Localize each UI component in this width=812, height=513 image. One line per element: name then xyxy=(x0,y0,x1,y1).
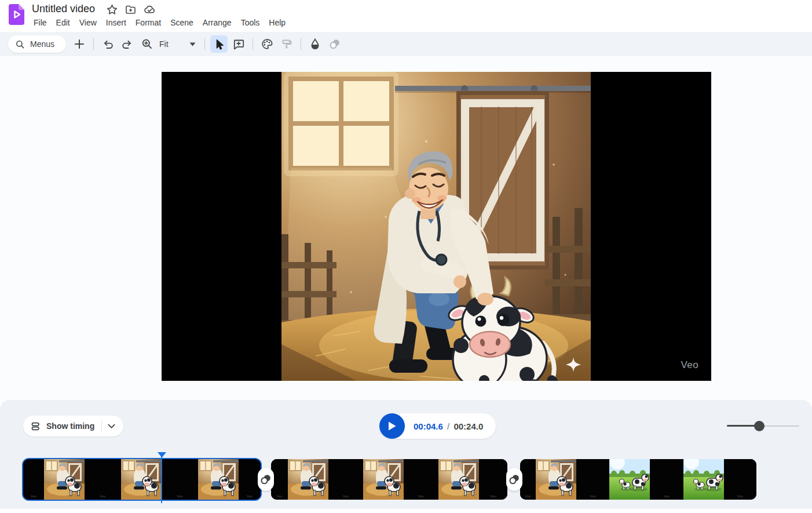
chevron-down-icon xyxy=(108,424,115,429)
cloud-saved-icon[interactable] xyxy=(144,4,155,15)
clip-thumbnail-barn xyxy=(44,459,85,500)
timing-rows-icon xyxy=(31,421,41,431)
select-tool-icon xyxy=(213,38,225,50)
toolbar-divider xyxy=(93,38,94,50)
current-time: 00:04.6 xyxy=(414,421,443,431)
clip-thumbnail-barn xyxy=(438,459,479,500)
timeline-clip-2[interactable]: VeoVeoVeoVeo xyxy=(271,459,507,500)
search-menus-button[interactable]: Menus xyxy=(8,35,66,53)
transition-button-1[interactable] xyxy=(258,468,274,491)
play-button[interactable] xyxy=(379,413,405,439)
show-timing-label: Show timing xyxy=(46,421,94,431)
timeline-clip-1[interactable]: VeoVeoVeoVeo xyxy=(23,459,261,500)
video-preview[interactable]: Veo xyxy=(162,72,711,381)
clip-filmstrip-gap: Veo xyxy=(23,459,44,500)
clip-thumbnail-barn xyxy=(536,459,576,500)
play-icon xyxy=(387,421,397,431)
timeline-zoom-slider-thumb[interactable] xyxy=(754,421,765,431)
clip-thumbnail-barn xyxy=(363,459,404,500)
zoom-fit-value: Fit xyxy=(159,39,169,49)
add-button[interactable] xyxy=(71,35,88,53)
transition-icon xyxy=(508,473,521,486)
playhead-line[interactable] xyxy=(161,456,162,503)
toolbar-divider xyxy=(204,38,205,50)
star-icon[interactable] xyxy=(107,4,118,15)
toolbar-divider xyxy=(301,38,301,50)
timeline-clip-3[interactable]: VeoVeoVeoVeo xyxy=(520,459,756,500)
background-fill-icon xyxy=(309,38,321,50)
clip-thumbnail-barn xyxy=(288,459,328,500)
transition-button-2[interactable] xyxy=(506,468,522,491)
clip-filmstrip-gap: Veo xyxy=(162,459,198,500)
redo-icon xyxy=(121,38,134,50)
toolbar: Menus Fit xyxy=(0,32,812,56)
clip-thumbnail-barn xyxy=(121,459,162,500)
time-display: 00:04.6 / 00:24.0 xyxy=(414,421,483,431)
clip-thumbnail-barn xyxy=(198,459,239,500)
toolbar-divider xyxy=(253,38,253,50)
theme-colors-button[interactable] xyxy=(258,35,276,53)
background-fill-button[interactable] xyxy=(306,35,324,53)
doc-title[interactable]: Untitled video xyxy=(32,3,95,15)
show-timing-expand[interactable] xyxy=(102,416,121,436)
clip-thumbnail-meadow xyxy=(683,459,724,500)
vids-logo[interactable] xyxy=(9,4,24,25)
dropdown-caret-icon xyxy=(189,42,196,46)
add-comment-button[interactable] xyxy=(230,35,247,53)
select-tool-button[interactable] xyxy=(210,35,228,53)
paint-format-button xyxy=(278,35,295,53)
transition-icon xyxy=(328,38,341,50)
paint-format-icon xyxy=(280,38,293,50)
menubar: File Edit View Insert Format Scene Arran… xyxy=(29,17,290,28)
clip-filmstrip-gap: Veo xyxy=(404,459,438,500)
zoom-button[interactable] xyxy=(138,35,156,53)
sparkle-watermark-icon xyxy=(565,356,581,373)
menu-help[interactable]: Help xyxy=(264,17,290,28)
clip-filmstrip-gap: Veo xyxy=(724,459,756,500)
total-time: 00:24.0 xyxy=(453,421,483,431)
clip-thumbnail-meadow xyxy=(609,459,650,500)
menu-arrange[interactable]: Arrange xyxy=(198,17,236,28)
move-folder-icon[interactable] xyxy=(125,4,136,15)
menus-label: Menus xyxy=(30,39,54,49)
clip-filmstrip-gap: Veo xyxy=(576,459,609,500)
menu-scene[interactable]: Scene xyxy=(166,17,198,28)
search-icon xyxy=(15,39,25,49)
transition-icon xyxy=(259,473,272,486)
menu-file[interactable]: File xyxy=(29,17,52,28)
show-timing-button[interactable]: Show timing xyxy=(23,416,123,436)
menu-format[interactable]: Format xyxy=(131,17,166,28)
clip-filmstrip-gap: Veo xyxy=(650,459,683,500)
transition-tool-button xyxy=(326,35,343,53)
menu-edit[interactable]: Edit xyxy=(52,17,75,28)
zoom-in-icon xyxy=(141,38,153,50)
theme-colors-icon xyxy=(261,38,273,50)
clip-filmstrip-gap: Veo xyxy=(328,459,363,500)
clip-filmstrip-gap: Veo xyxy=(520,459,536,500)
playback-bar: 00:04.6 / 00:24.0 xyxy=(379,413,496,439)
timeline-zoom-slider[interactable] xyxy=(727,421,799,431)
clip-filmstrip-gap: Veo xyxy=(85,459,121,500)
time-separator: / xyxy=(445,421,451,431)
add-icon xyxy=(73,38,86,50)
bottom-strip xyxy=(0,509,812,513)
zoom-fit-select[interactable]: Fit xyxy=(158,39,199,49)
veo-watermark: Veo xyxy=(681,359,698,371)
app-header: Untitled video File Edit View Insert For… xyxy=(0,0,812,32)
menu-view[interactable]: View xyxy=(75,17,101,28)
timeline-panel: Show timing 00:04.6 / 00:24.0 VeoVeoVeoV… xyxy=(0,400,812,509)
redo-button[interactable] xyxy=(119,35,136,53)
clip-filmstrip-gap: Veo xyxy=(479,459,507,500)
add-comment-icon xyxy=(232,38,245,50)
canvas-area: Veo xyxy=(0,56,812,400)
undo-button[interactable] xyxy=(99,35,116,53)
menu-insert[interactable]: Insert xyxy=(101,17,131,28)
video-scene-barn xyxy=(281,72,591,381)
undo-icon xyxy=(101,38,114,50)
menu-tools[interactable]: Tools xyxy=(236,17,265,28)
